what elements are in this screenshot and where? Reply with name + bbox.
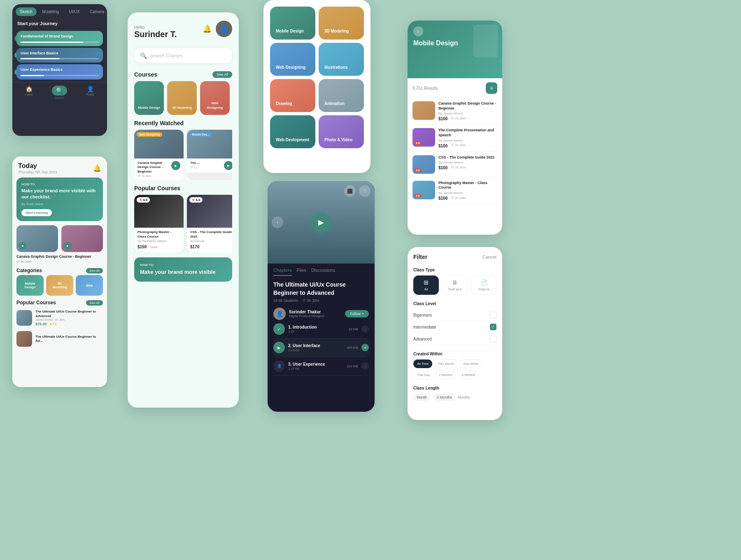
watched-card-2[interactable]: Mobile Des... The ... ⏱ 1:... ▶ — [187, 130, 232, 180]
time-this-day[interactable]: This Day — [413, 371, 434, 379]
tab-files[interactable]: Files — [297, 268, 306, 276]
cat-grid-mobile-design[interactable]: Mobile Design — [270, 7, 315, 40]
popular-see-all[interactable]: See All — [86, 300, 103, 306]
popular-rating-badge-2: ★ 4.2 — [189, 197, 203, 203]
categories-grid: Mobile Design 3D Modeling Web Designing … — [263, 0, 370, 155]
progress-bar-2 — [21, 58, 99, 59]
video-back-button[interactable]: ‹ — [272, 217, 283, 228]
month-input[interactable]: Month — [413, 394, 430, 401]
cat-grid-photo-video[interactable]: Photo & Video — [319, 115, 364, 148]
course-card-ui-basics[interactable]: User Interface Basics — [16, 48, 103, 63]
search-bar[interactable]: 🔍 Search Courses — [134, 48, 232, 63]
time-all-time[interactable]: All Time — [413, 359, 432, 368]
nav-profile[interactable]: 👤 Profile — [86, 86, 94, 99]
popular-item-2[interactable]: The Ultimate Ui/Ux Course Beginner to Ad… — [12, 329, 107, 349]
watched-card-1[interactable]: Web Designing Canava Graphic Design Cour… — [134, 130, 184, 180]
bell-icon[interactable]: 🔔 — [93, 164, 101, 172]
back-button[interactable]: ‹ — [413, 26, 423, 36]
start-learning-button[interactable]: Start Learning — [21, 209, 52, 216]
result-price-1: $100 — [438, 117, 447, 121]
categories-see-all[interactable]: See All — [86, 268, 103, 273]
nav-search[interactable]: 🔍 Search — [52, 86, 67, 99]
tab-modeling[interactable]: Modeling — [38, 7, 63, 16]
chapter-1-info: 1. Introduction 1:37 — [288, 325, 345, 334]
time-4-months[interactable]: 4 Months — [458, 371, 479, 379]
result-item-3[interactable]: 4.9 CSS - The Complete Guide 2021 By Jam… — [408, 152, 502, 177]
nav-home[interactable]: 🏠 Home — [25, 86, 33, 99]
level-intermediate-checkbox[interactable]: ✓ — [490, 324, 496, 330]
chapter-2[interactable]: ▶ 2. User Interface 1:15:00 200 MB ✓ — [273, 338, 369, 357]
notification-bell[interactable]: 🔔 — [203, 24, 212, 33]
course-card-mobile-design[interactable]: Mobile Design — [134, 81, 164, 115]
chapter-1[interactable]: ✓ 1. Introduction 1:37 10 MB ↓ — [273, 320, 369, 338]
course-card-label-2: 3D Modeling — [172, 106, 192, 110]
result-by-4: By James Morris — [438, 191, 497, 195]
tab-discussions[interactable]: Discussions — [311, 268, 336, 276]
play-btn-recent-1[interactable]: ▶ — [19, 242, 26, 250]
type-all-button[interactable]: ⊞ All — [413, 275, 439, 295]
chapter-3[interactable]: 👤 3. User Experience 1:27:00 230 MB ↓ — [273, 357, 369, 376]
play-btn-watched-1[interactable]: ▶ — [171, 161, 180, 170]
cat-grid-drawing[interactable]: Drawing — [270, 79, 315, 112]
watched-text: Canava Graphic Design Course - Beginner … — [137, 161, 169, 177]
cat-grid-illustrations[interactable]: Illustrations — [319, 43, 364, 76]
tab-chapters[interactable]: Chapters — [273, 268, 292, 276]
cat-label-illustrations: Illustrations — [324, 65, 358, 70]
time-2-months[interactable]: 2 Months — [436, 371, 457, 379]
cat-web[interactable]: Web — [76, 275, 103, 296]
type-original-button[interactable]: 📄 Original — [471, 275, 496, 295]
popular-card-1[interactable]: ★ 4.0 Photography Master - Class Course … — [134, 195, 184, 252]
course-card-fundamental[interactable]: Fundamental of Brand Design — [16, 31, 103, 46]
recent-card-1[interactable]: ▶ — [16, 225, 58, 252]
class-type-buttons: ⊞ All 🖥 Staff pick 📄 Original — [413, 275, 496, 295]
popular-header: Popular Courses See All — [12, 296, 107, 307]
instructor-role: Digital Product Designer — [289, 314, 342, 318]
phone-illustration — [473, 25, 498, 58]
popular-card-2[interactable]: ★ 4.2 CSS - The Complete Guide 2021 By M… — [187, 195, 232, 252]
screen1-title: Start your Journey — [12, 19, 107, 29]
courses-see-all[interactable]: See All — [212, 71, 232, 78]
level-beginners-checkbox[interactable] — [490, 312, 496, 318]
cat-grid-animation[interactable]: Animation — [319, 79, 364, 112]
course-card-title-2: User Interface Basics — [21, 51, 99, 56]
course-card-web-designing[interactable]: Web Designing — [200, 81, 230, 115]
popular-thumb-2 — [16, 331, 32, 347]
watched-info-2: The ... ⏱ 1:... ▶ — [187, 159, 232, 173]
type-staff-pick-button[interactable]: 🖥 Staff pick — [442, 275, 468, 295]
video-play-button[interactable]: ▶ — [311, 212, 331, 232]
tab-uiux[interactable]: UI/UX — [65, 7, 84, 16]
heart-button[interactable]: ♡ — [359, 185, 370, 197]
course-card-ux-basics[interactable]: User Experience Basics — [16, 64, 103, 79]
chapter-3-download[interactable]: ↓ — [361, 362, 369, 370]
howto-title: Make your brand more visible — [140, 268, 226, 276]
screen2-recent-section: ▶ ▶ — [16, 225, 103, 252]
cat-3d-modeling[interactable]: 3DModeling — [46, 275, 73, 296]
level-advanced-checkbox[interactable] — [490, 336, 496, 342]
result-rating-badge-3: 4.9 — [414, 168, 422, 172]
follow-button[interactable]: Follow + — [345, 310, 369, 317]
chapter-1-download[interactable]: ↓ — [361, 325, 369, 333]
cat-grid-3d-modeling[interactable]: 3D Modeling — [319, 7, 364, 40]
time-this-month[interactable]: This Month — [434, 359, 458, 368]
cat-mobile-design[interactable]: MobileDesign — [16, 275, 44, 296]
cat-grid-web-dev[interactable]: Web Devlopment — [270, 115, 315, 148]
course-card-3d-modeling[interactable]: 3D Modeling — [167, 81, 197, 115]
cast-button[interactable]: ⬛ — [344, 185, 356, 197]
result-item-4[interactable]: 4.9 Photography Master - Class Course By… — [408, 177, 502, 204]
result-item-2[interactable]: 4.9 The Complete Presentation and speech… — [408, 125, 502, 152]
result-item-1[interactable]: Canava Graphic Design Course - Beginner … — [408, 98, 502, 125]
tab-sketch[interactable]: Sketch — [16, 7, 37, 16]
popular-by-2: By Maximil... — [190, 240, 232, 243]
filter-cancel-button[interactable]: Cancel — [482, 254, 496, 259]
cat-grid-web-designing[interactable]: Web Designing — [270, 43, 315, 76]
play-btn-recent-2[interactable]: ▶ — [64, 242, 71, 250]
tab-camera[interactable]: Camera — [86, 7, 107, 16]
progress-bar-1 — [21, 42, 99, 43]
months-value[interactable]: 2 Months — [433, 394, 455, 401]
recent-card-2[interactable]: ▶ — [61, 225, 103, 252]
chapter-2-check[interactable]: ✓ — [361, 344, 369, 351]
play-btn-watched-2[interactable]: ▶ — [224, 161, 232, 170]
filter-button[interactable]: ≡ — [486, 82, 497, 94]
popular-item-1[interactable]: The Ultimate Ui/Ux Course Beginner to Ad… — [12, 307, 107, 329]
time-this-week[interactable]: This Week — [459, 359, 482, 368]
